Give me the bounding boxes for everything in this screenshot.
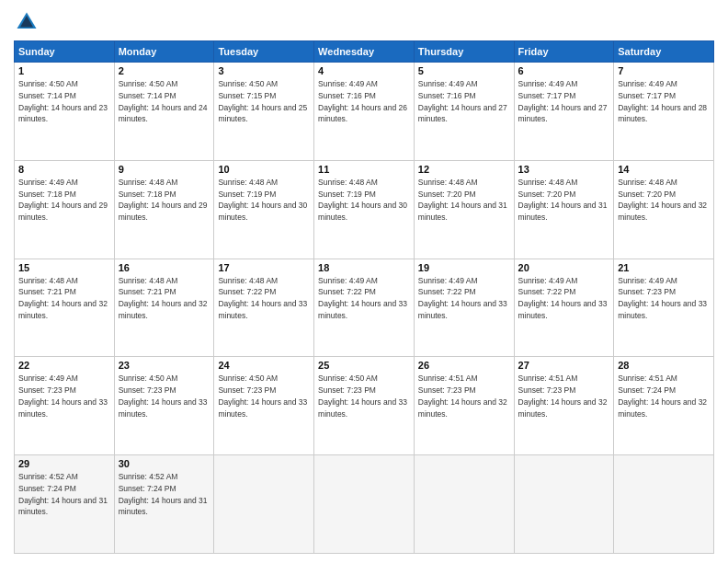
day-info: Sunrise: 4:48 AMSunset: 7:21 PMDaylight:…: [119, 275, 210, 322]
day-info: Sunrise: 4:48 AMSunset: 7:21 PMDaylight:…: [18, 275, 110, 322]
day-header-saturday: Saturday: [614, 41, 714, 63]
day-number: 27: [518, 360, 610, 371]
day-info: Sunrise: 4:49 AMSunset: 7:17 PMDaylight:…: [518, 78, 610, 125]
day-number: 21: [618, 262, 710, 273]
day-cell: 22Sunrise: 4:49 AMSunset: 7:23 PMDayligh…: [15, 357, 115, 455]
day-info: Sunrise: 4:48 AMSunset: 7:19 PMDaylight:…: [218, 177, 310, 224]
day-number: 5: [418, 65, 510, 76]
day-info: Sunrise: 4:51 AMSunset: 7:23 PMDaylight:…: [418, 373, 510, 419]
day-number: 20: [518, 262, 610, 273]
day-info: Sunrise: 4:52 AMSunset: 7:24 PMDaylight:…: [119, 471, 210, 518]
day-number: 12: [418, 164, 510, 175]
day-info: Sunrise: 4:49 AMSunset: 7:17 PMDaylight:…: [618, 78, 710, 125]
day-cell: 23Sunrise: 4:50 AMSunset: 7:23 PMDayligh…: [114, 357, 214, 455]
page: SundayMondayTuesdayWednesdayThursdayFrid…: [0, 0, 728, 563]
day-cell: 27Sunrise: 4:51 AMSunset: 7:23 PMDayligh…: [514, 357, 614, 455]
logo-icon: [14, 9, 40, 35]
day-info: Sunrise: 4:50 AMSunset: 7:23 PMDaylight:…: [318, 373, 410, 419]
day-cell: 20Sunrise: 4:49 AMSunset: 7:22 PMDayligh…: [514, 259, 614, 357]
day-cell: [414, 455, 514, 554]
day-number: 14: [618, 164, 710, 175]
day-cell: 28Sunrise: 4:51 AMSunset: 7:24 PMDayligh…: [614, 357, 714, 455]
day-info: Sunrise: 4:49 AMSunset: 7:22 PMDaylight:…: [318, 275, 410, 322]
day-info: Sunrise: 4:48 AMSunset: 7:20 PMDaylight:…: [618, 177, 710, 224]
day-number: 11: [318, 164, 410, 175]
day-cell: 9Sunrise: 4:48 AMSunset: 7:18 PMDaylight…: [114, 160, 214, 259]
day-number: 22: [18, 360, 110, 371]
day-cell: 7Sunrise: 4:49 AMSunset: 7:17 PMDaylight…: [614, 63, 714, 161]
day-number: 28: [618, 360, 710, 371]
day-cell: 15Sunrise: 4:48 AMSunset: 7:21 PMDayligh…: [15, 259, 115, 357]
day-number: 9: [119, 164, 210, 175]
day-number: 25: [318, 360, 410, 371]
day-number: 17: [218, 262, 310, 273]
day-cell: 1Sunrise: 4:50 AMSunset: 7:14 PMDaylight…: [15, 63, 115, 161]
day-number: 19: [418, 262, 510, 273]
day-info: Sunrise: 4:49 AMSunset: 7:16 PMDaylight:…: [318, 78, 410, 125]
day-info: Sunrise: 4:49 AMSunset: 7:22 PMDaylight:…: [418, 275, 510, 322]
day-cell: [614, 455, 714, 554]
week-row-1: 1Sunrise: 4:50 AMSunset: 7:14 PMDaylight…: [15, 63, 714, 161]
day-header-friday: Friday: [514, 41, 614, 63]
day-number: 13: [518, 164, 610, 175]
day-cell: 13Sunrise: 4:48 AMSunset: 7:20 PMDayligh…: [514, 160, 614, 259]
day-info: Sunrise: 4:48 AMSunset: 7:19 PMDaylight:…: [318, 177, 410, 224]
day-cell: 24Sunrise: 4:50 AMSunset: 7:23 PMDayligh…: [214, 357, 314, 455]
day-cell: 30Sunrise: 4:52 AMSunset: 7:24 PMDayligh…: [114, 455, 214, 554]
day-cell: 3Sunrise: 4:50 AMSunset: 7:15 PMDaylight…: [214, 63, 314, 161]
day-cell: 17Sunrise: 4:48 AMSunset: 7:22 PMDayligh…: [214, 259, 314, 357]
day-number: 4: [318, 65, 410, 76]
day-info: Sunrise: 4:49 AMSunset: 7:22 PMDaylight:…: [518, 275, 610, 322]
day-info: Sunrise: 4:48 AMSunset: 7:20 PMDaylight:…: [518, 177, 610, 224]
day-info: Sunrise: 4:48 AMSunset: 7:18 PMDaylight:…: [119, 177, 210, 224]
day-cell: 18Sunrise: 4:49 AMSunset: 7:22 PMDayligh…: [314, 259, 415, 357]
day-info: Sunrise: 4:50 AMSunset: 7:14 PMDaylight:…: [119, 78, 210, 125]
calendar-header: SundayMondayTuesdayWednesdayThursdayFrid…: [15, 41, 714, 63]
day-cell: 29Sunrise: 4:52 AMSunset: 7:24 PMDayligh…: [15, 455, 115, 554]
day-header-wednesday: Wednesday: [314, 41, 415, 63]
week-row-4: 22Sunrise: 4:49 AMSunset: 7:23 PMDayligh…: [15, 357, 714, 455]
calendar-table: SundayMondayTuesdayWednesdayThursdayFrid…: [14, 40, 714, 554]
day-number: 7: [618, 65, 710, 76]
week-row-3: 15Sunrise: 4:48 AMSunset: 7:21 PMDayligh…: [15, 259, 714, 357]
calendar-body: 1Sunrise: 4:50 AMSunset: 7:14 PMDaylight…: [15, 63, 714, 554]
day-cell: 21Sunrise: 4:49 AMSunset: 7:23 PMDayligh…: [614, 259, 714, 357]
day-number: 10: [218, 164, 310, 175]
day-info: Sunrise: 4:51 AMSunset: 7:24 PMDaylight:…: [618, 373, 710, 419]
header: [14, 9, 714, 35]
day-number: 18: [318, 262, 410, 273]
week-row-2: 8Sunrise: 4:49 AMSunset: 7:18 PMDaylight…: [15, 160, 714, 259]
day-number: 3: [218, 65, 310, 76]
header-row: SundayMondayTuesdayWednesdayThursdayFrid…: [15, 41, 714, 63]
day-cell: 8Sunrise: 4:49 AMSunset: 7:18 PMDaylight…: [15, 160, 115, 259]
day-number: 1: [18, 65, 110, 76]
day-number: 16: [119, 262, 210, 273]
day-info: Sunrise: 4:52 AMSunset: 7:24 PMDaylight:…: [18, 471, 110, 518]
day-number: 26: [418, 360, 510, 371]
day-cell: 4Sunrise: 4:49 AMSunset: 7:16 PMDaylight…: [314, 63, 415, 161]
day-info: Sunrise: 4:50 AMSunset: 7:15 PMDaylight:…: [218, 78, 310, 125]
day-number: 2: [119, 65, 210, 76]
day-info: Sunrise: 4:49 AMSunset: 7:18 PMDaylight:…: [18, 177, 110, 224]
day-header-tuesday: Tuesday: [214, 41, 314, 63]
day-number: 29: [18, 458, 110, 469]
day-header-thursday: Thursday: [414, 41, 514, 63]
day-cell: 2Sunrise: 4:50 AMSunset: 7:14 PMDaylight…: [114, 63, 214, 161]
day-number: 24: [218, 360, 310, 371]
day-cell: 19Sunrise: 4:49 AMSunset: 7:22 PMDayligh…: [414, 259, 514, 357]
day-cell: 10Sunrise: 4:48 AMSunset: 7:19 PMDayligh…: [214, 160, 314, 259]
day-info: Sunrise: 4:48 AMSunset: 7:22 PMDaylight:…: [218, 275, 310, 322]
day-header-sunday: Sunday: [15, 41, 115, 63]
day-info: Sunrise: 4:48 AMSunset: 7:20 PMDaylight:…: [418, 177, 510, 224]
day-info: Sunrise: 4:49 AMSunset: 7:16 PMDaylight:…: [418, 78, 510, 125]
week-row-5: 29Sunrise: 4:52 AMSunset: 7:24 PMDayligh…: [15, 455, 714, 554]
day-cell: [514, 455, 614, 554]
day-info: Sunrise: 4:49 AMSunset: 7:23 PMDaylight:…: [618, 275, 710, 322]
day-cell: 12Sunrise: 4:48 AMSunset: 7:20 PMDayligh…: [414, 160, 514, 259]
day-number: 23: [119, 360, 210, 371]
day-number: 6: [518, 65, 610, 76]
day-number: 8: [18, 164, 110, 175]
day-info: Sunrise: 4:49 AMSunset: 7:23 PMDaylight:…: [18, 373, 110, 419]
day-cell: 11Sunrise: 4:48 AMSunset: 7:19 PMDayligh…: [314, 160, 415, 259]
day-cell: [314, 455, 415, 554]
